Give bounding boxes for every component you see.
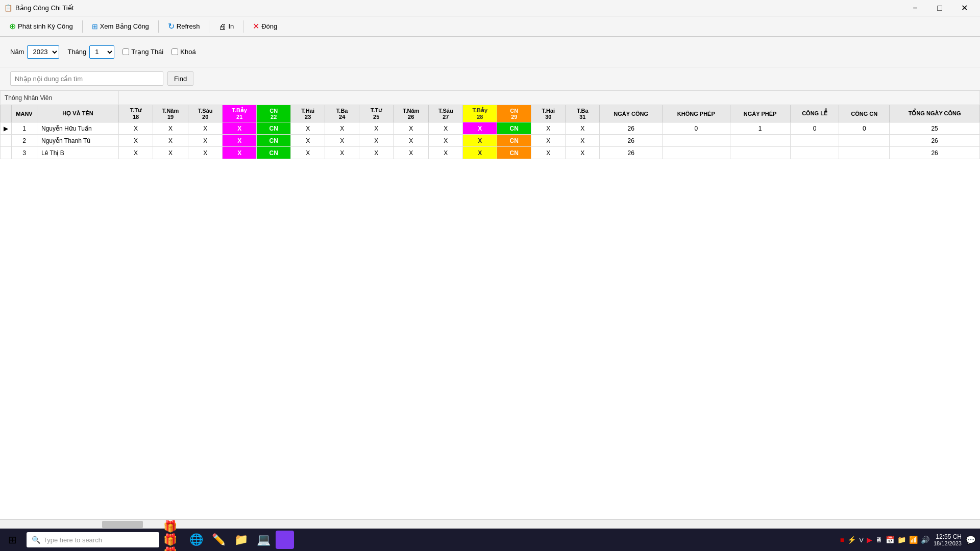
search-bar: Find <box>0 67 980 90</box>
nam-select[interactable]: 2021 2022 2023 2024 <box>27 45 59 59</box>
in-button[interactable]: 🖨 In <box>213 20 239 33</box>
cell-d27: X <box>429 122 463 135</box>
attendance-table: Thông Nhân Viên MANV HỌ VÀ TÊN T.Tư18 T.… <box>0 90 980 159</box>
scroll-thumb[interactable] <box>102 521 143 528</box>
col-header-d20: T.Sáu20 <box>188 105 223 122</box>
taskbar-app-chrome[interactable]: 🌐 <box>186 530 206 550</box>
cell-d23: X <box>291 122 325 135</box>
taskbar-app-folder[interactable]: 📁 <box>231 530 251 550</box>
khoa-checkbox-group: Khoá <box>172 48 195 56</box>
cell-d20: X <box>188 135 223 147</box>
col-header-name: HỌ VÀ TÊN <box>37 105 119 122</box>
maximize-button[interactable]: □ <box>928 1 951 15</box>
taskbar-app-gifts[interactable]: 🎁🎁🎁 <box>163 530 184 550</box>
thang-filter-group: Tháng 1 2 3 4 5 6 7 8 9 10 11 12 <box>67 45 114 59</box>
khoa-checkbox[interactable] <box>172 48 178 55</box>
toolbar-separator-4 <box>243 20 243 33</box>
col-header-d19: T.Năm19 <box>153 105 188 122</box>
table-row[interactable]: 3Lê Thị BXXXXCNXXXXXXCNXX2626 <box>1 147 980 159</box>
trang-thai-checkbox[interactable] <box>122 48 129 55</box>
search-input[interactable] <box>10 71 163 86</box>
tray-icon-bluetooth: ⚡ <box>847 536 856 544</box>
toolbar: ⊕ Phát sinh Kỳ Công ⊞ Xem Bảng Công ↻ Re… <box>0 16 980 37</box>
thang-select[interactable]: 1 2 3 4 5 6 7 8 9 10 11 12 <box>89 45 114 59</box>
cell-d21: X <box>223 135 257 147</box>
col-header-d23: T.Hai23 <box>291 105 325 122</box>
taskbar-search-placeholder: Type here to search <box>43 536 102 544</box>
cell-khongphep: 0 <box>663 122 730 135</box>
cell-khongphep <box>663 135 730 147</box>
cell-manv: 2 <box>12 135 37 147</box>
cell-ngaycong: 26 <box>600 147 663 159</box>
cell-d21: X <box>223 122 257 135</box>
taskbar-app-purple[interactable] <box>276 531 294 549</box>
cell-name: Nguyễn Hữu Tuấn <box>37 122 119 135</box>
taskbar-app-pen[interactable]: ✏️ <box>208 530 229 550</box>
table-row[interactable]: 2Nguyễn Thanh TúXXXXCNXXXXXXCNXX2626 <box>1 135 980 147</box>
cell-d24: X <box>325 135 359 147</box>
col-header-d24: T.Ba24 <box>325 105 359 122</box>
app-icon: 📋 <box>4 4 12 12</box>
clock-date: 18/12/2023 <box>934 540 962 546</box>
col-header-manv: MANV <box>12 105 37 122</box>
cell-d31: X <box>566 122 600 135</box>
taskbar-right: ■ ⚡ V ▶ 🖥 📅 📁 📶 🔊 12:55 CH 18/12/2023 💬 <box>840 533 980 546</box>
horizontal-scrollbar[interactable] <box>0 519 980 529</box>
minimize-button[interactable]: − <box>903 1 927 15</box>
cell-d25: X <box>359 147 394 159</box>
cell-d23: X <box>291 135 325 147</box>
cell-d26: X <box>394 135 429 147</box>
cell-d24: X <box>325 147 359 159</box>
table-wrapper[interactable]: Thông Nhân Viên MANV HỌ VÀ TÊN T.Tư18 T.… <box>0 90 980 519</box>
table-row[interactable]: ▶1Nguyễn Hữu TuấnXXXXCNXXXXXXCNXX2601002… <box>1 122 980 135</box>
cell-d26: X <box>394 122 429 135</box>
cell-congcn <box>839 147 890 159</box>
cell-d22: CN <box>257 122 291 135</box>
cell-d21: X <box>223 147 257 159</box>
close-button[interactable]: ✕ <box>952 1 976 15</box>
col-header-khongphep: KHÔNG PHÉP <box>663 105 730 122</box>
xem-bang-button[interactable]: ⊞ Xem Bảng Công <box>87 20 154 33</box>
cell-d23: X <box>291 147 325 159</box>
khoa-label: Khoá <box>180 48 195 56</box>
start-button[interactable]: ⊞ <box>0 529 24 551</box>
nam-label: Năm <box>10 48 24 56</box>
nam-filter-group: Năm 2021 2022 2023 2024 <box>10 45 59 59</box>
cell-name: Nguyễn Thanh Tú <box>37 135 119 147</box>
cell-d30: X <box>531 135 566 147</box>
col-header-d29: CN29 <box>497 105 531 122</box>
taskbar-apps: 🎁🎁🎁 🌐 ✏️ 📁 💻 <box>163 530 294 550</box>
group-header-row: Thông Nhân Viên <box>1 91 980 105</box>
refresh-label: Refresh <box>177 22 200 30</box>
dong-button[interactable]: ✕ Đóng <box>248 19 282 33</box>
cell-manv: 1 <box>12 122 37 135</box>
cell-d18: X <box>119 147 153 159</box>
thang-label: Tháng <box>67 48 86 56</box>
cell-d25: X <box>359 135 394 147</box>
find-button[interactable]: Find <box>167 71 193 86</box>
cell-d28: X <box>463 135 497 147</box>
row-selector <box>1 135 12 147</box>
in-icon: 🖨 <box>218 22 226 31</box>
cell-ngaycong: 26 <box>600 135 663 147</box>
col-header-tongngay: TỔNG NGÀY CÔNG <box>890 105 980 122</box>
cell-d31: X <box>566 147 600 159</box>
row-selector <box>1 147 12 159</box>
toolbar-separator-3 <box>209 20 209 33</box>
cell-tongngay: 25 <box>890 122 980 135</box>
cell-congcn: 0 <box>839 122 890 135</box>
refresh-button[interactable]: ↻ Refresh <box>163 19 205 33</box>
tray-icon-monitor: 🖥 <box>875 536 883 544</box>
cell-d24: X <box>325 122 359 135</box>
cell-d20: X <box>188 122 223 135</box>
in-label: In <box>228 22 234 30</box>
tray-icon-youtube: ▶ <box>867 536 872 544</box>
taskbar-search-box[interactable]: 🔍 Type here to search <box>27 532 159 547</box>
col-header-d26: T.Năm26 <box>394 105 429 122</box>
col-header-d30: T.Hai30 <box>531 105 566 122</box>
tray-icon-calendar: 📅 <box>886 536 894 544</box>
phat-sinh-button[interactable]: ⊕ Phát sinh Kỳ Công <box>4 19 78 33</box>
cell-d22: CN <box>257 147 291 159</box>
taskbar-app-vs[interactable]: 💻 <box>253 530 274 550</box>
col-header-d31: T.Ba31 <box>566 105 600 122</box>
